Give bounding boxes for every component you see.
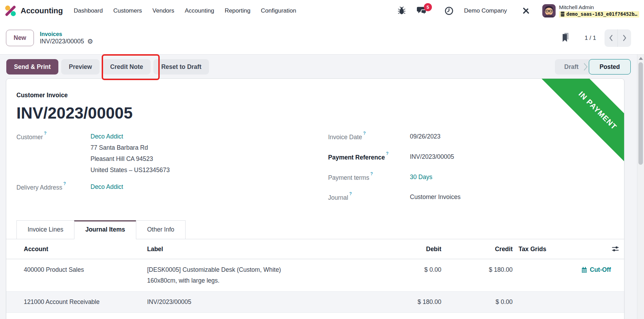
messages-icon[interactable]: 5 <box>417 6 427 15</box>
help-marker: ? <box>44 131 46 136</box>
debug-bug-icon[interactable] <box>398 6 406 15</box>
odoo-accounting-app: Accounting Dashboard Customers Vendors A… <box>0 0 644 319</box>
cell-account: 121000 Account Receivable <box>24 297 147 307</box>
address-line-3: United States – US12345673 <box>91 166 170 174</box>
menu-customers[interactable]: Customers <box>108 7 147 14</box>
user-info: Mitchell Admin demo_saas-163_e01f76452b… <box>559 4 639 17</box>
menu-configuration[interactable]: Configuration <box>256 7 302 14</box>
table-row[interactable]: 121000 Account Receivable INV/2023/00005… <box>6 292 624 313</box>
customer-link[interactable]: Deco Addict <box>91 133 123 140</box>
pager-value: 1 / 1 <box>585 35 596 42</box>
menu-vendors[interactable]: Vendors <box>147 7 179 14</box>
field-payment-reference: Payment Reference? INV/2023/00005 <box>328 153 624 161</box>
column-header-tax-grids[interactable]: Tax Grids <box>513 246 575 253</box>
help-marker: ? <box>63 181 66 186</box>
send-print-button[interactable]: Send & Print <box>6 59 58 75</box>
tab-journal-items[interactable]: Journal Items <box>74 220 136 239</box>
menu-dashboard[interactable]: Dashboard <box>68 7 108 14</box>
notebook-tabs: Invoice Lines Journal Items Other Info <box>6 220 624 239</box>
cell-debit: $ 180.00 <box>321 297 441 307</box>
cell-credit: $ 0.00 <box>441 297 513 307</box>
database-badge: demo_saas-163_e01f76452b… <box>559 11 639 18</box>
reset-to-draft-button[interactable]: Reset to Draft <box>153 59 209 75</box>
payment-terms-label: Payment terms <box>328 174 369 181</box>
optional-columns-icon[interactable] <box>612 245 619 254</box>
content-area: Send & Print Preview Credit Note Reset t… <box>0 54 644 319</box>
field-invoice-date: Invoice Date? 09/26/2023 <box>328 133 624 141</box>
control-panel: New Invoices INV/2023/00005 ⚙ 1 / 1 <box>0 22 644 54</box>
help-marker: ? <box>386 151 388 156</box>
column-header-account[interactable]: Account <box>24 246 147 253</box>
invoice-date-label: Invoice Date <box>328 134 362 141</box>
avatar <box>542 4 556 17</box>
journal-value[interactable]: Customer Invoices <box>410 193 461 201</box>
column-header-credit[interactable]: Credit <box>441 246 513 253</box>
column-header-label[interactable]: Label <box>147 246 321 253</box>
payment-reference-value[interactable]: INV/2023/00005 <box>410 153 454 161</box>
help-marker: ? <box>370 171 373 176</box>
tab-invoice-lines[interactable]: Invoice Lines <box>16 220 74 239</box>
field-delivery-address: Delivery Address? Deco Addict <box>16 183 328 191</box>
user-name: Mitchell Admin <box>559 4 639 10</box>
help-marker: ? <box>349 191 352 196</box>
payment-reference-label: Payment Reference <box>328 154 385 161</box>
cut-off-button[interactable]: Cut-Off <box>575 264 624 275</box>
delivery-address-link[interactable]: Deco Addict <box>91 183 123 191</box>
address-line-2: Pleasant Hill CA 94523 <box>91 155 170 163</box>
company-switcher[interactable]: Demo Company <box>464 7 507 14</box>
customer-address: 77 Santa Barbara Rd Pleasant Hill CA 945… <box>91 144 170 174</box>
table-header: Account Label Debit Credit Tax Grids <box>6 239 624 259</box>
journal-label: Journal <box>328 194 348 201</box>
help-marker: ? <box>363 131 366 136</box>
pager-previous-button[interactable] <box>605 29 618 47</box>
customer-label: Customer <box>16 134 43 141</box>
control-panel-right: 1 / 1 <box>561 29 631 47</box>
top-navbar: Accounting Dashboard Customers Vendors A… <box>0 0 644 22</box>
tools-icon[interactable] <box>522 6 530 15</box>
bookmark-icon[interactable] <box>561 33 570 44</box>
form-fields: Customer? Deco Addict 77 Santa Barbara R… <box>16 133 624 216</box>
cell-label: [DESK0005] Customizable Desk (Custom, Wh… <box>147 264 321 286</box>
field-journal: Journal? Customer Invoices <box>328 193 624 201</box>
database-icon <box>560 12 565 17</box>
breadcrumb-current: INV/2023/00005 <box>40 38 84 45</box>
scrollbar-up-arrow-icon[interactable] <box>639 57 643 60</box>
cell-label: INV/2023/00005 <box>147 297 321 307</box>
main-menu: Dashboard Customers Vendors Accounting R… <box>68 7 302 14</box>
journal-items-table: Account Label Debit Credit Tax Grids <box>6 239 624 313</box>
activities-clock-icon[interactable] <box>444 6 454 15</box>
gear-icon[interactable]: ⚙ <box>87 38 93 45</box>
status-draft[interactable]: Draft <box>555 59 584 75</box>
address-line-1: 77 Santa Barbara Rd <box>91 144 170 151</box>
table-row[interactable]: 400000 Product Sales [DESK0005] Customiz… <box>6 259 624 292</box>
odoo-accounting-logo-icon[interactable] <box>5 5 16 16</box>
tab-other-info[interactable]: Other Info <box>136 220 186 239</box>
vertical-scrollbar[interactable] <box>637 55 644 319</box>
cell-debit: $ 0.00 <box>321 264 441 275</box>
breadcrumb-invoices-link[interactable]: Invoices <box>40 31 93 37</box>
status-bar: Draft Posted <box>555 59 631 75</box>
field-customer: Customer? Deco Addict 77 Santa Barbara R… <box>16 133 328 174</box>
invoice-form-sheet: IN PAYMENT Customer Invoice INV/2023/000… <box>6 78 624 319</box>
new-button[interactable]: New <box>6 30 34 46</box>
status-posted[interactable]: Posted <box>589 59 631 75</box>
menu-reporting[interactable]: Reporting <box>219 7 256 14</box>
menu-accounting[interactable]: Accounting <box>180 7 219 14</box>
scrollbar-thumb[interactable] <box>638 62 643 165</box>
column-header-debit[interactable]: Debit <box>321 246 441 253</box>
credit-note-button[interactable]: Credit Note <box>102 59 151 75</box>
delivery-address-label: Delivery Address <box>16 184 62 191</box>
action-buttons: Send & Print Preview Credit Note Reset t… <box>6 59 209 75</box>
field-payment-terms: Payment terms? 30 Days <box>328 173 624 182</box>
app-name[interactable]: Accounting <box>21 6 63 15</box>
invoice-date-value[interactable]: 09/26/2023 <box>410 133 441 141</box>
user-menu[interactable]: Mitchell Admin demo_saas-163_e01f76452b… <box>542 4 639 17</box>
document-type-label: Customer Invoice <box>16 92 624 99</box>
preview-button[interactable]: Preview <box>61 59 100 75</box>
payment-terms-link[interactable]: 30 Days <box>410 173 432 182</box>
status-arrow-icon <box>584 59 589 75</box>
invoice-number-title: INV/2023/00005 <box>16 104 624 122</box>
pager <box>605 29 631 47</box>
pager-next-button[interactable] <box>618 29 631 47</box>
cut-off-label: Cut-Off <box>590 264 611 275</box>
